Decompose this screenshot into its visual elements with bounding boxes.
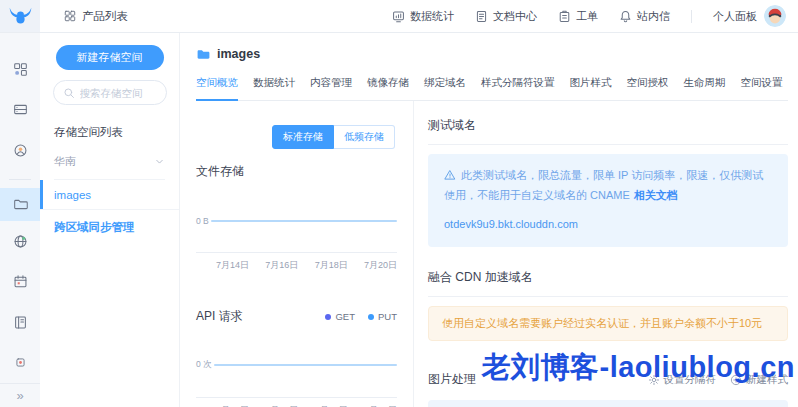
test-domain-url[interactable]: otdevk9u9.bkt.clouddn.com (444, 215, 772, 235)
tab-镜像存储[interactable]: 镜像存储 (367, 76, 409, 100)
legend-item-get[interactable]: GET (325, 311, 355, 322)
storage-toggle-option-1[interactable]: 低频存储 (334, 125, 395, 149)
bell-icon (619, 10, 632, 23)
action-plus-circle[interactable]: 新建样式 (730, 373, 788, 387)
tab-数据统计[interactable]: 数据统计 (253, 76, 295, 100)
rail-item-calendar[interactable] (0, 261, 40, 302)
topbar-item-bell[interactable]: 站内信 (619, 9, 670, 24)
topbar-item-docs[interactable]: 文档中心 (475, 9, 537, 24)
action-gear[interactable]: 设置分隔符 (648, 373, 717, 387)
rail-divider (9, 179, 31, 180)
cdn-domain-title: 融合 CDN 加速域名 (428, 269, 788, 297)
product-list-button[interactable]: 产品列表 (64, 9, 128, 24)
chart-title: 文件存储 (196, 163, 244, 180)
x-tick-label: 7月18日 (315, 259, 348, 272)
app-root: 产品列表 数据统计文档中心工单站内信 个人面板 » (0, 0, 798, 407)
bucket-search-input[interactable] (80, 87, 157, 99)
related-docs-link[interactable]: 相关文档 (634, 189, 678, 201)
tab-空间授权[interactable]: 空间授权 (627, 76, 669, 100)
action-label: 新建样式 (746, 373, 788, 387)
topbar-item-label: 数据统计 (410, 9, 454, 24)
page-title: images (217, 47, 260, 61)
image-processing-header: 图片处理 设置分隔符新建样式 (428, 371, 788, 388)
brand-logo[interactable] (0, 0, 40, 32)
chevrons-right-icon[interactable]: » (0, 383, 40, 407)
file-storage-chart: 0 B (196, 180, 397, 226)
bull-logo-icon (8, 6, 33, 26)
avatar[interactable] (764, 5, 786, 27)
sidebar-item-cross-region-sync[interactable]: 跨区域同步管理 (40, 210, 179, 244)
folder-icon (196, 47, 210, 61)
grid-icon (64, 10, 76, 22)
topbar-divider (691, 10, 692, 23)
search-icon (63, 87, 75, 99)
topbar-nav: 数据统计文档中心工单站内信 个人面板 (392, 5, 786, 27)
chart-legend: GETPUT (325, 311, 397, 322)
x-tick-label: 7月14日 (216, 259, 249, 272)
x-axis: 7月14日7月16日7月18日7月20日 (196, 397, 397, 407)
topbar-item-label: 文档中心 (493, 9, 537, 24)
bucket-header: images (196, 33, 788, 61)
rail-item-host[interactable] (0, 90, 40, 131)
rail-item-globe[interactable] (0, 221, 40, 262)
region-select[interactable]: 华南 (54, 154, 165, 180)
y-axis-zero-label: 0 B (196, 216, 209, 226)
test-domain-notice-box: 此类测试域名，限总流量，限单 IP 访问频率，限速，仅供测试使用，不能用于自定义… (428, 154, 788, 247)
tab-空间概览[interactable]: 空间概览 (196, 76, 238, 101)
tab-bar: 空间概览数据统计内容管理镜像存储绑定域名样式分隔符设置图片样式空间授权生命周期空… (196, 76, 788, 101)
tab-绑定域名[interactable]: 绑定域名 (424, 76, 466, 100)
cdn-domain-warning: 使用自定义域名需要账户经过实名认证，并且账户余额不小于10元 (428, 306, 788, 341)
legend-item-put[interactable]: PUT (368, 311, 397, 322)
stats-icon (392, 10, 405, 23)
topbar-item-label: 工单 (576, 9, 598, 24)
storage-toggle-option-0[interactable]: 标准存储 (272, 125, 334, 149)
rail-item-bucket-folder[interactable] (0, 188, 40, 221)
legend-dot-icon (325, 314, 331, 320)
tab-空间设置[interactable]: 空间设置 (741, 76, 783, 100)
account-icon (13, 143, 28, 158)
personal-panel-button[interactable]: 个人面板 (713, 5, 786, 27)
bucket-list-title: 存储空间列表 (54, 125, 179, 140)
image-processing-title: 图片处理 (428, 371, 476, 388)
plus-circle-icon (730, 374, 742, 386)
x-tick-label: 7月20日 (364, 259, 397, 272)
api-chart-header: API 请求 GETPUT (196, 308, 397, 325)
main-content: images 空间概览数据统计内容管理镜像存储绑定域名样式分隔符设置图片样式空间… (180, 33, 798, 407)
rail-item-pin[interactable] (0, 342, 40, 383)
calendar-icon (13, 274, 28, 289)
legend-label: PUT (378, 311, 397, 322)
bucket-item-label: images (54, 189, 91, 201)
legend-label: GET (335, 311, 355, 322)
pin-icon (14, 356, 27, 369)
test-domain-title: 测试域名 (428, 117, 788, 145)
rail-item-account[interactable] (0, 130, 40, 171)
host-icon (13, 102, 28, 117)
sidebar-item-bucket-images[interactable]: images (40, 180, 179, 210)
ticket-icon (558, 10, 571, 23)
bucket-sidebar: 新建存储空间 存储空间列表 华南 images 跨区域同步管理 (40, 33, 180, 407)
tab-图片样式[interactable]: 图片样式 (570, 76, 612, 100)
library-icon (13, 315, 28, 330)
docs-icon (475, 10, 488, 23)
image-processing-actions: 设置分隔符新建样式 (648, 373, 789, 387)
zero-value-line: 0 次 (196, 359, 397, 371)
storage-type-toggle: 标准存储低频存储 (196, 125, 395, 149)
topbar-item-ticket[interactable]: 工单 (558, 9, 598, 24)
flat-series-line (211, 220, 397, 222)
notice-text: 此类测试域名，限总流量，限单 IP 访问频率，限速，仅供测试使用，不能用于自定义… (444, 169, 763, 201)
chart-title: API 请求 (196, 308, 243, 325)
zero-value-line: 0 B (196, 216, 397, 226)
tab-样式分隔符设置[interactable]: 样式分隔符设置 (481, 76, 555, 100)
team-icon (13, 62, 28, 77)
bucket-folder-icon (13, 197, 28, 212)
icon-rail: » (0, 33, 40, 407)
legend-dot-icon (368, 314, 374, 320)
rail-item-team[interactable] (0, 49, 40, 90)
x-axis: 7月14日7月16日7月18日7月20日 (196, 252, 397, 272)
tab-生命周期[interactable]: 生命周期 (684, 76, 726, 100)
tab-内容管理[interactable]: 内容管理 (310, 76, 352, 100)
personal-panel-label: 个人面板 (713, 9, 757, 24)
create-bucket-button[interactable]: 新建存储空间 (56, 45, 164, 70)
topbar-item-stats[interactable]: 数据统计 (392, 9, 454, 24)
rail-item-library[interactable] (0, 302, 40, 343)
